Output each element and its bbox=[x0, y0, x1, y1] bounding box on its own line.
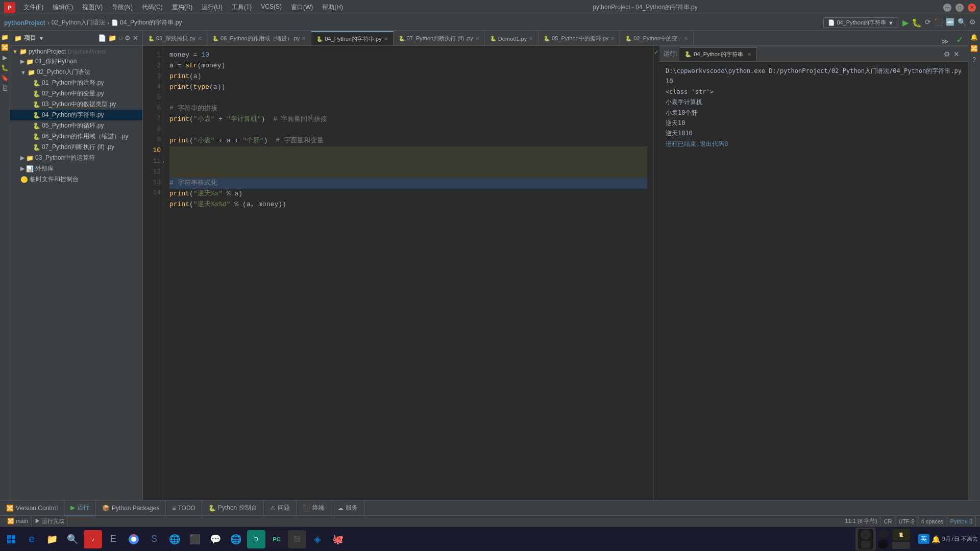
tab-04-active[interactable]: 🐍 04_Python的字符串.py ✕ bbox=[311, 31, 393, 45]
tree-temp-files[interactable]: 🟡 临时文件和控制台 bbox=[10, 174, 142, 185]
run-config-button[interactable]: 📄 04_Python的字符串 ▼ bbox=[823, 17, 899, 28]
tab-todo[interactable]: ≡ TODO bbox=[166, 500, 202, 516]
tree-file-07py[interactable]: 🐍 07_Python判断执行 (if) .py bbox=[10, 142, 142, 153]
breadcrumb-file[interactable]: 📄 04_Python的字符串.py bbox=[111, 18, 182, 27]
tab-python-console[interactable]: 🐍 Python 控制台 bbox=[202, 500, 264, 516]
commit-icon[interactable]: 🔀 bbox=[0, 43, 10, 52]
tab-demo-close[interactable]: ✕ bbox=[529, 36, 533, 41]
code-content[interactable]: money = 10 a = str(money) print(a) print… bbox=[163, 46, 653, 500]
pycharm-icon[interactable]: PC bbox=[267, 530, 286, 548]
tree-file-01py[interactable]: 🐍 01_Python中的注释.py bbox=[10, 78, 142, 88]
tab-07-close[interactable]: ✕ bbox=[475, 36, 479, 41]
close-tree-icon[interactable]: ✕ bbox=[133, 34, 138, 42]
menu-run[interactable]: 运行(U) bbox=[198, 2, 227, 13]
browser-icon-2[interactable]: 🌐 bbox=[227, 530, 245, 548]
tree-folder-03[interactable]: ▶ 📁 03_Python中的运算符 bbox=[10, 153, 142, 163]
epic-icon[interactable]: E bbox=[104, 530, 122, 548]
tab-03-close[interactable]: ✕ bbox=[198, 36, 202, 41]
ime-indicator[interactable]: 英 bbox=[918, 534, 929, 544]
terminal-settings-icon[interactable]: ⚙ bbox=[944, 50, 950, 58]
menu-code[interactable]: 代码(C) bbox=[138, 2, 167, 13]
search-icon[interactable]: 🔍 bbox=[63, 530, 82, 548]
tab-04-close[interactable]: ✕ bbox=[384, 36, 388, 42]
menu-file[interactable]: 文件(F) bbox=[19, 2, 47, 13]
debug-sidebar-icon[interactable]: 🐛 bbox=[0, 63, 10, 72]
menu-help[interactable]: 帮助(H) bbox=[318, 2, 347, 13]
debug-icon[interactable]: 🐛 bbox=[912, 18, 922, 28]
github-desktop-icon[interactable]: 🐙 bbox=[329, 530, 347, 548]
tree-file-05py[interactable]: 🐍 05_Python中的循环.py bbox=[10, 120, 142, 131]
stop-icon[interactable]: ⬛ bbox=[934, 18, 943, 28]
menu-edit[interactable]: 编辑(E) bbox=[48, 2, 77, 13]
tab-services[interactable]: ☁ 服务 bbox=[331, 500, 364, 516]
translate-icon[interactable]: 🔤 bbox=[946, 18, 954, 28]
tab-run[interactable]: ▶ 运行 bbox=[64, 500, 96, 516]
terminal-close-icon[interactable]: ✕ bbox=[953, 50, 960, 58]
database-icon[interactable]: 🗄 bbox=[1, 84, 9, 93]
tab-02-close[interactable]: ✕ bbox=[684, 36, 688, 41]
run-sidebar-icon[interactable]: ▶ bbox=[2, 53, 8, 62]
browser-icon[interactable]: 🌐 bbox=[165, 530, 184, 548]
tab-problems[interactable]: ⚠ 问题 bbox=[264, 500, 297, 516]
folder-icon[interactable]: 📁 bbox=[43, 530, 61, 548]
edge-icon[interactable]: e bbox=[22, 530, 41, 548]
terminal-output-1: 10 bbox=[666, 76, 962, 86]
menu-view[interactable]: 视图(V) bbox=[78, 2, 107, 13]
tab-02[interactable]: 🐍 02_Python中的变... ✕ bbox=[620, 31, 694, 45]
new-file-icon[interactable]: 📄 bbox=[98, 34, 106, 42]
menu-tools[interactable]: 工具(T) bbox=[228, 2, 256, 13]
minimize-button[interactable]: ─ bbox=[943, 4, 951, 12]
start-button[interactable] bbox=[2, 530, 20, 548]
tree-file-06py[interactable]: 🐍 06_Python的作用域（缩进）.py bbox=[10, 131, 142, 142]
chrome-icon[interactable] bbox=[125, 530, 143, 548]
settings-tree-icon[interactable]: ⚙ bbox=[125, 34, 131, 42]
breadcrumb-folder[interactable]: 02_Python入门语法 bbox=[52, 18, 105, 27]
music-icon[interactable]: ♪ bbox=[84, 530, 102, 548]
tree-external-lib[interactable]: ▶ 📊 外部库 bbox=[10, 163, 142, 174]
tree-file-03py[interactable]: 🐍 03_Python中的数据类型.py bbox=[10, 99, 142, 110]
git-icon[interactable]: 🔀 bbox=[969, 44, 979, 53]
more-tabs-button[interactable]: ≫ bbox=[938, 37, 952, 45]
tree-folder-02[interactable]: ▼ 📁 02_Python入门语法 bbox=[10, 67, 142, 78]
tab-python-packages[interactable]: 📦 Python Packages bbox=[96, 500, 166, 516]
line-numbers: 12345 6789 10 11121314 bbox=[143, 46, 163, 500]
tab-06[interactable]: 🐍 06_Python的作用域（缩进）.py ✕ bbox=[207, 31, 311, 45]
tab-version-control[interactable]: 🔀 Version Control bbox=[0, 500, 64, 516]
tree-file-04py[interactable]: 🐍 04_Python的字符串.py bbox=[10, 110, 142, 120]
devtools-icon[interactable]: D bbox=[247, 530, 265, 548]
tree-folder-01[interactable]: ▶ 📁 01_你好Python bbox=[10, 56, 142, 67]
new-folder-icon[interactable]: 📁 bbox=[108, 34, 116, 42]
cursor-icon[interactable]: ⬛ bbox=[288, 530, 306, 548]
collapse-all-icon[interactable]: ≡ bbox=[118, 34, 122, 42]
close-button[interactable]: ✕ bbox=[968, 4, 976, 12]
menu-vcs[interactable]: VCS(S) bbox=[257, 2, 286, 13]
tab-terminal[interactable]: ⬛ 终端 bbox=[297, 500, 331, 516]
terminal-tab-close[interactable]: ✕ bbox=[747, 52, 751, 57]
menu-refactor[interactable]: 重构(R) bbox=[168, 2, 197, 13]
menu-nav[interactable]: 导航(N) bbox=[108, 2, 137, 13]
tab-05-close[interactable]: ✕ bbox=[610, 36, 615, 41]
settings-icon[interactable]: ⚙ bbox=[969, 18, 976, 28]
rerun-icon[interactable]: ⟳ bbox=[925, 18, 931, 28]
notifications-icon[interactable]: 🔔 bbox=[969, 33, 979, 42]
steam-icon[interactable]: S bbox=[145, 530, 163, 548]
maximize-button[interactable]: □ bbox=[955, 4, 964, 12]
bookmark-icon[interactable]: 🔖 bbox=[0, 73, 10, 83]
code-editor[interactable]: 12345 6789 10 11121314 money = 10 a = st… bbox=[143, 46, 659, 500]
unknown-icon-1[interactable]: ⬛ bbox=[186, 530, 204, 548]
help-icon[interactable]: ? bbox=[971, 55, 977, 64]
vscode-icon[interactable]: ◈ bbox=[308, 530, 327, 548]
terminal-tab-active[interactable]: 🐍 04_Python的字符串 ✕ bbox=[679, 47, 757, 61]
tree-file-02py[interactable]: 🐍 02_Python中的变量.py bbox=[10, 88, 142, 99]
run-icon[interactable]: ▶ bbox=[902, 18, 909, 28]
tab-05[interactable]: 🐍 05_Python中的循环.py ✕ bbox=[538, 31, 620, 45]
wechat-icon[interactable]: 💬 bbox=[206, 530, 225, 548]
tab-07[interactable]: 🐍 07_Python判断执行 (if) .py ✕ bbox=[394, 31, 485, 45]
menu-window[interactable]: 窗口(W) bbox=[287, 2, 317, 13]
tab-03[interactable]: 🐍 03_深浅拷贝.py ✕ bbox=[143, 31, 207, 45]
tab-06-close[interactable]: ✕ bbox=[302, 36, 306, 41]
tab-demo[interactable]: 🐍 Demo01.py ✕ bbox=[485, 31, 538, 45]
tree-root[interactable]: ▼ 📁 pythonProject D:\pythonProject bbox=[10, 47, 142, 56]
search-everywhere-icon[interactable]: 🔍 bbox=[958, 18, 966, 28]
project-icon[interactable]: 📁 bbox=[0, 33, 10, 42]
